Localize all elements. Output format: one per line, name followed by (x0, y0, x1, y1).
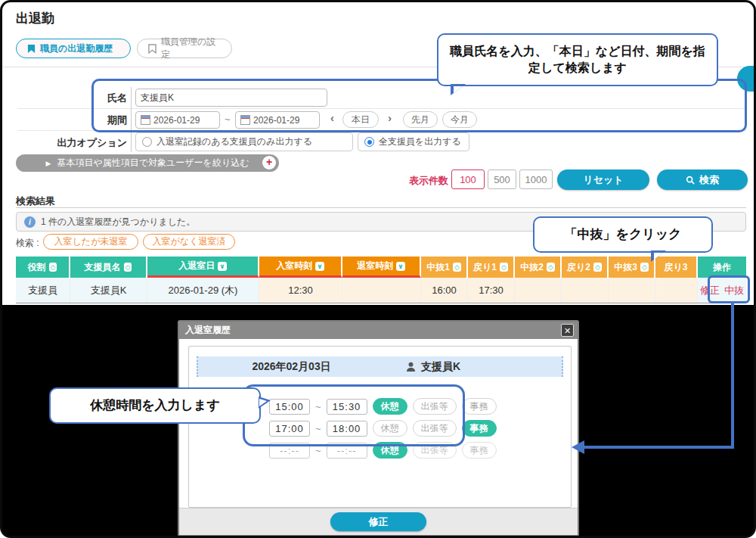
prev-day-button[interactable]: ‹ (330, 111, 334, 124)
time-from-input[interactable]: 17:00 (269, 421, 310, 437)
tilde-separator: ~ (315, 445, 321, 456)
date-to-input[interactable]: 2026-01-29 (235, 111, 320, 129)
name-input[interactable] (135, 89, 327, 107)
cell-return2 (562, 278, 609, 303)
cutoff-teal-button[interactable] (737, 66, 756, 92)
chip-exited-without-entry[interactable]: 入室がなく退室済 (143, 234, 235, 250)
entry-exit-history-modal: 入退室履歴 ✕ 2026年02月03日 支援員K 15:00 ~ 15:30 (178, 320, 579, 536)
table-header-row: 役割◇ 支援員名◇ 入退室日∨ 入室時刻∨ 退室時刻∨ 中抜1◇ 戻り1◇ 中抜… (16, 257, 746, 278)
count-500-button[interactable]: 500 (488, 169, 516, 189)
sort-icon: ◇ (547, 263, 555, 272)
col-header-return2[interactable]: 戻り2◇ (562, 257, 609, 278)
quick-search-label: 検索 : (16, 237, 39, 250)
sort-icon: ◇ (640, 263, 649, 272)
next-day-button[interactable]: › (388, 111, 392, 124)
close-icon[interactable]: ✕ (561, 324, 574, 337)
info-icon: i (24, 216, 36, 228)
callout-tail (259, 397, 271, 409)
modal-title: 入退室履歴 (185, 324, 231, 337)
pill-break[interactable]: 休憩 (373, 442, 407, 459)
modal-footer: 修正 (179, 508, 578, 535)
chip-entered-not-exited[interactable]: 入室したが未退室 (43, 234, 138, 250)
tab-label: 職員の出退勤履歴 (40, 42, 113, 55)
count-1000-button[interactable]: 1000 (519, 169, 553, 189)
search-icon (686, 176, 695, 185)
screenshot-frame: 出退勤 職員の出退勤履歴 職員管理の設定 氏名 期間 2026-01-29 ~ (0, 0, 756, 538)
col-header-role[interactable]: 役割◇ (16, 257, 70, 278)
tab-staff-management-settings[interactable]: 職員管理の設定 (137, 39, 232, 58)
col-header-break1[interactable]: 中抜1◇ (421, 257, 468, 278)
col-header-time-out[interactable]: 退室時刻∨ (342, 257, 421, 278)
tilde-separator: ~ (225, 114, 231, 125)
annotation-arrowhead (572, 440, 584, 454)
calendar-icon (141, 115, 150, 125)
modal-title-bar: 入退室履歴 (179, 322, 578, 339)
col-header-break2[interactable]: 中抜2◇ (515, 257, 562, 278)
sort-icon: ∨ (396, 262, 404, 271)
bookmark-icon (27, 44, 36, 54)
pill-office-work[interactable]: 事務 (462, 398, 497, 415)
output-option-label: 出力オプション (15, 136, 127, 150)
cell-break1: 16:00 (421, 278, 468, 303)
row-divider (17, 108, 746, 109)
time-from-input[interactable]: --:-- (269, 443, 310, 459)
attendance-page: 出退勤 職員の出退勤履歴 職員管理の設定 氏名 期間 2026-01-29 ~ (2, 2, 754, 305)
col-header-actions: 操作 (698, 257, 746, 278)
table-row: 支援員 支援員K 2026-01-29 (木) 12:30 16:00 17:3… (16, 278, 746, 303)
count-100-button[interactable]: 100 (451, 169, 485, 189)
reset-button[interactable]: リセット (557, 169, 649, 190)
last-month-button[interactable]: 先月 (403, 111, 438, 128)
search-button[interactable]: 検索 (657, 169, 748, 190)
pill-break[interactable]: 休憩 (373, 398, 407, 415)
cell-time-out (342, 278, 421, 303)
col-header-date[interactable]: 入退室日∨ (147, 257, 259, 278)
this-month-button[interactable]: 今月 (442, 111, 477, 128)
user-filter-expander[interactable]: ▶ 基本項目や属性項目で対象ユーザーを絞り込む + (16, 154, 279, 172)
cell-return3 (655, 278, 698, 303)
modal-submit-button[interactable]: 修正 (330, 512, 426, 531)
time-to-input[interactable]: 15:30 (327, 399, 367, 415)
tilde-separator: ~ (315, 423, 321, 434)
play-icon: ▶ (46, 160, 51, 167)
break-row-3: --:-- ~ --:-- 休憩 出張等 事務 (269, 442, 497, 459)
nakanuke-link[interactable]: 中抜 (724, 284, 744, 297)
sort-icon: ◇ (593, 263, 602, 272)
row-divider (17, 130, 746, 131)
time-to-input[interactable]: 18:00 (327, 421, 367, 437)
sort-icon: ∨ (218, 262, 226, 271)
pill-office-work[interactable]: 事務 (462, 420, 497, 437)
page-title: 出退勤 (16, 10, 54, 27)
col-header-staff-name[interactable]: 支援員名◇ (70, 257, 147, 278)
person-icon (406, 362, 416, 372)
sort-icon: ◇ (49, 263, 57, 272)
col-header-return1[interactable]: 戻り1◇ (468, 257, 515, 278)
col-header-break3[interactable]: 中抜3◇ (609, 257, 655, 278)
cell-role: 支援員 (16, 278, 70, 303)
edit-link[interactable]: 修正 (700, 284, 720, 297)
pill-break[interactable]: 休憩 (373, 420, 407, 437)
time-to-input[interactable]: --:-- (327, 443, 367, 459)
cell-return1: 17:30 (468, 278, 515, 303)
pill-business-trip[interactable]: 出張等 (413, 398, 457, 415)
pill-business-trip[interactable]: 出張等 (413, 442, 457, 459)
display-count-label: 表示件数 (409, 174, 448, 188)
sort-icon: ◇ (500, 263, 508, 272)
results-info-message: 1 件の入退室履歴が見つかりました。 (41, 216, 195, 229)
cell-staff-name: 支援員K (70, 278, 147, 303)
label-divider (131, 87, 132, 152)
modal-date-bar: 2026年02月03日 支援員K (197, 356, 563, 377)
radio-option-with-records[interactable]: 入退室記録のある支援員のみ出力する (135, 132, 353, 151)
pill-office-work[interactable]: 事務 (462, 442, 497, 459)
date-from-input[interactable]: 2026-01-29 (135, 111, 220, 129)
sort-icon: ◇ (124, 263, 132, 272)
radio-selected-icon (364, 137, 374, 147)
today-button[interactable]: 本日 (342, 111, 379, 128)
col-header-time-in[interactable]: 入室時刻∨ (259, 257, 342, 278)
break-hint-callout: 休憩時間を入力します (49, 387, 261, 424)
pill-business-trip[interactable]: 出張等 (413, 420, 457, 437)
name-field-label: 氏名 (15, 92, 127, 105)
time-from-input[interactable]: 15:00 (269, 399, 310, 415)
radio-icon (142, 137, 152, 147)
tab-staff-attendance-history[interactable]: 職員の出退勤履歴 (16, 39, 131, 58)
radio-option-all-staff[interactable]: 全支援員を出力する (358, 132, 469, 151)
